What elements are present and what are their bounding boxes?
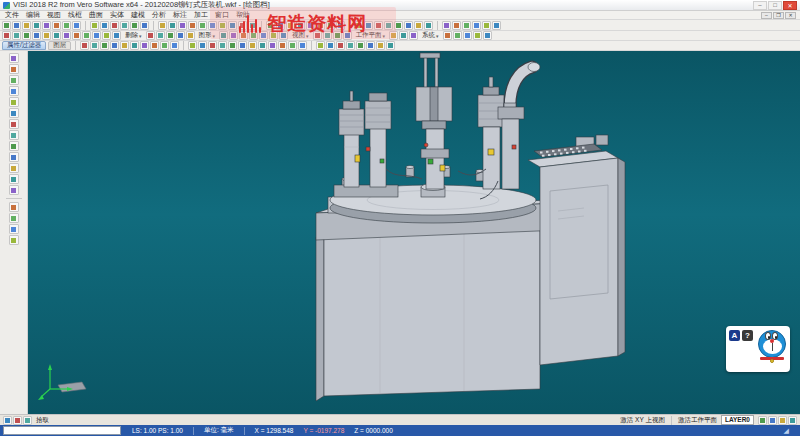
toolbar-icon[interactable] [2, 31, 11, 40]
toolbar-icon[interactable] [386, 41, 395, 50]
toolbar-icon[interactable] [72, 31, 81, 40]
toolbar-icon[interactable] [176, 31, 185, 40]
toolbar-icon[interactable] [404, 21, 413, 30]
group-delete-dropdown[interactable]: 删除 [123, 31, 144, 40]
command-input[interactable] [3, 426, 121, 435]
snap-icon[interactable] [13, 416, 22, 425]
toolbar-icon[interactable] [90, 41, 99, 50]
toolbar-icon[interactable] [22, 21, 31, 30]
toolbar-icon[interactable] [414, 21, 423, 30]
toolbar-icon[interactable] [170, 41, 179, 50]
toolbar-icon[interactable] [443, 31, 452, 40]
toolbar-icon[interactable] [120, 41, 129, 50]
toolbar-icon[interactable] [472, 21, 481, 30]
toolbar-icon[interactable] [462, 21, 471, 30]
side-tool-icon[interactable] [9, 53, 19, 63]
toolbar-icon[interactable] [208, 41, 217, 50]
cad-3d-viewport[interactable] [28, 51, 800, 414]
toolbar-icon[interactable] [82, 31, 91, 40]
toolbar-icon[interactable] [316, 41, 325, 50]
menu-item-4[interactable]: 曲面 [86, 11, 106, 19]
mdi-minimize-button[interactable]: – [761, 12, 772, 19]
active-view-status[interactable]: 激活 XY 上视图 [620, 416, 665, 425]
toolbar-icon[interactable] [22, 31, 31, 40]
toolbar-icon[interactable] [492, 21, 501, 30]
toolbar-icon[interactable] [92, 31, 101, 40]
toolbar-icon[interactable] [110, 21, 119, 30]
toolbar-icon[interactable] [156, 31, 165, 40]
resize-grip[interactable] [784, 427, 792, 435]
toolbar-icon[interactable] [52, 31, 61, 40]
side-tool-icon[interactable] [9, 213, 19, 223]
toolbar-icon[interactable] [473, 31, 482, 40]
toolbar-icon[interactable] [62, 31, 71, 40]
side-tool-icon[interactable] [9, 97, 19, 107]
toolbar-icon[interactable] [140, 41, 149, 50]
toolbar-icon[interactable] [198, 41, 207, 50]
toolbar-icon[interactable] [102, 31, 111, 40]
side-tool-icon[interactable] [9, 163, 19, 173]
menu-item-0[interactable]: 文件 [2, 11, 22, 19]
active-workplane-status[interactable]: 激活工作平面 [678, 416, 717, 425]
side-tool-icon[interactable] [9, 235, 19, 245]
side-tool-icon[interactable] [9, 224, 19, 234]
status-icon[interactable] [778, 416, 787, 425]
toolbar-icon[interactable] [32, 31, 41, 40]
tab-properties-filter[interactable]: 属性/过滤器 [2, 41, 46, 50]
menu-item-8[interactable]: 标注 [170, 11, 190, 19]
toolbar-icon[interactable] [12, 31, 21, 40]
toolbar-icon[interactable] [248, 41, 257, 50]
toolbar-icon[interactable] [258, 41, 267, 50]
side-tool-icon[interactable] [9, 119, 19, 129]
side-tool-icon[interactable] [9, 185, 19, 195]
toolbar-icon[interactable] [268, 41, 277, 50]
toolbar-icon[interactable] [150, 41, 159, 50]
mdi-close-button[interactable]: ✕ [785, 12, 796, 19]
toolbar-icon[interactable] [112, 31, 121, 40]
menu-item-2[interactable]: 视图 [44, 11, 64, 19]
menu-item-9[interactable]: 加工 [191, 11, 211, 19]
toolbar-icon[interactable] [188, 21, 197, 30]
toolbar-icon[interactable] [2, 21, 11, 30]
toolbar-icon[interactable] [442, 21, 451, 30]
menu-item-1[interactable]: 编辑 [23, 11, 43, 19]
toolbar-icon[interactable] [228, 41, 237, 50]
side-tool-icon[interactable] [9, 75, 19, 85]
toolbar-icon[interactable] [288, 41, 297, 50]
toolbar-icon[interactable] [198, 21, 207, 30]
toolbar-icon[interactable] [483, 31, 492, 40]
toolbar-icon[interactable] [424, 21, 433, 30]
side-tool-icon[interactable] [9, 130, 19, 140]
toolbar-icon[interactable] [168, 21, 177, 30]
toolbar-icon[interactable] [42, 21, 51, 30]
toolbar-icon[interactable] [188, 41, 197, 50]
toolbar-icon[interactable] [186, 31, 195, 40]
toolbar-icon[interactable] [160, 41, 169, 50]
menu-item-3[interactable]: 线框 [65, 11, 85, 19]
toolbar-icon[interactable] [366, 41, 375, 50]
menu-item-7[interactable]: 分析 [149, 11, 169, 19]
side-tool-icon[interactable] [9, 141, 19, 151]
side-tool-icon[interactable] [9, 64, 19, 74]
menu-item-5[interactable]: 实体 [107, 11, 127, 19]
status-icon[interactable] [758, 416, 767, 425]
toolbar-icon[interactable] [52, 21, 61, 30]
toolbar-icon[interactable] [120, 21, 129, 30]
toolbar-icon[interactable] [178, 21, 187, 30]
maximize-button[interactable]: □ [768, 1, 782, 10]
side-tool-icon[interactable] [9, 174, 19, 184]
toolbar-icon[interactable] [336, 41, 345, 50]
side-tool-icon[interactable] [9, 86, 19, 96]
toolbar-icon[interactable] [326, 41, 335, 50]
toolbar-icon[interactable] [463, 31, 472, 40]
toolbar-icon[interactable] [62, 21, 71, 30]
side-tool-icon[interactable] [9, 202, 19, 212]
toolbar-icon[interactable] [399, 31, 408, 40]
toolbar-icon[interactable] [130, 21, 139, 30]
snap-icon[interactable] [23, 416, 32, 425]
toolbar-icon[interactable] [356, 41, 365, 50]
close-button[interactable]: ✕ [783, 1, 797, 10]
toolbar-icon[interactable] [42, 31, 51, 40]
toolbar-icon[interactable] [453, 31, 462, 40]
toolbar-icon[interactable] [376, 41, 385, 50]
